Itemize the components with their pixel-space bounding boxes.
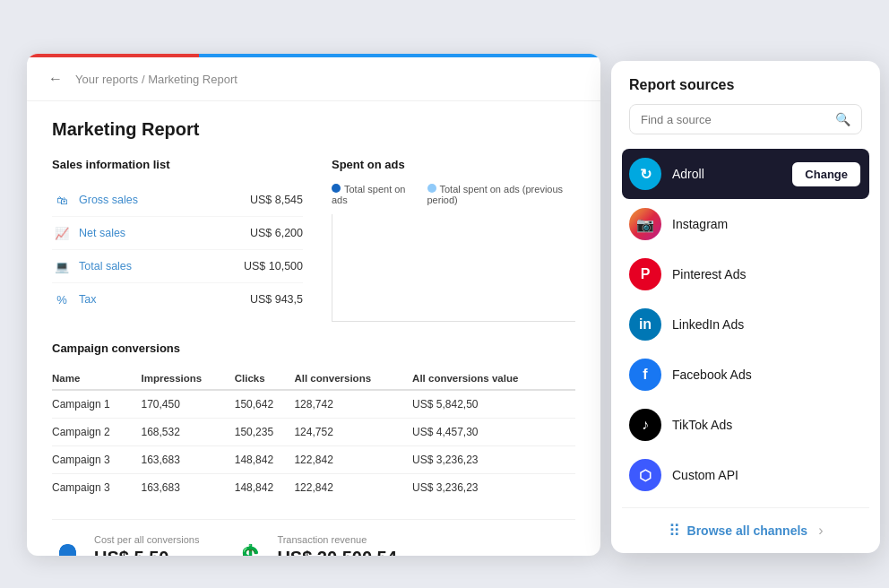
source-item-instagram[interactable]: 📷Instagram: [622, 199, 869, 249]
campaign-table: NameImpressionsClicksAll conversionsAll …: [52, 368, 575, 501]
metric-label: Cost per all conversions: [94, 534, 199, 545]
source-item-adroll[interactable]: ↻AdrollChange: [622, 149, 869, 199]
source-logo-custom: ⬡: [629, 459, 661, 491]
table-cell: Campaign 2: [52, 419, 142, 446]
table-header-cell: All conversions value: [412, 368, 575, 390]
breadcrumb: Your reports / Marketing Report: [75, 73, 237, 86]
source-logo-facebook: f: [629, 359, 661, 391]
table-header-cell: All conversions: [294, 368, 412, 390]
source-name-pinterest: Pinterest Ads: [672, 267, 862, 281]
campaign-section: Campaign conversions NameImpressionsClic…: [52, 342, 575, 501]
sales-item: 📈 Net sales US$ 6,200: [52, 217, 303, 250]
table-cell: 148,842: [235, 474, 295, 502]
panel-title: Report sources: [629, 77, 862, 93]
metric-label: Transaction revenue: [277, 534, 396, 545]
source-name-instagram: Instagram: [672, 217, 862, 231]
source-item-custom[interactable]: ⬡Custom API: [622, 450, 869, 500]
source-logo-adroll: ↻: [629, 158, 661, 190]
sources-panel: Report sources 🔍 ↻AdrollChange📷Instagram…: [611, 61, 880, 553]
panel-header: Report sources 🔍: [611, 61, 880, 145]
chart-section-title: Spent on ads: [332, 158, 575, 171]
table-cell: Campaign 1: [52, 390, 142, 419]
table-header-cell: Impressions: [142, 368, 235, 390]
metric-icon: 👤: [52, 543, 83, 557]
sales-label: % Tax: [52, 290, 250, 309]
source-name-facebook: Facebook Ads: [672, 368, 862, 382]
source-logo-pinterest: P: [629, 258, 661, 290]
report-title: Marketing Report: [52, 119, 575, 140]
browse-all-icon: ⠿: [669, 521, 680, 540]
table-cell: US$ 3,236,23: [412, 474, 575, 502]
search-input[interactable]: [641, 113, 828, 126]
table-cell: 124,752: [294, 419, 412, 446]
table-cell: 128,742: [294, 390, 412, 419]
back-button[interactable]: ←: [45, 68, 66, 90]
table-cell: 150,642: [235, 390, 295, 419]
metric-item: 👤 Cost per all conversions US$ 5,50 +1.3…: [52, 534, 199, 556]
source-logo-instagram: 📷: [629, 208, 661, 240]
metric-text: Transaction revenue US$ 20.500,54 +3.54%: [277, 534, 396, 556]
legend-dot: [427, 184, 436, 193]
browse-arrow-icon: ›: [818, 523, 823, 539]
source-name-adroll: Adroll: [672, 167, 780, 181]
sales-value: US$ 943,5: [250, 293, 303, 306]
source-item-facebook[interactable]: fFacebook Ads: [622, 350, 869, 400]
legend-item: Total spent on ads (previous period): [427, 184, 576, 205]
sales-icon: 💻: [52, 256, 72, 276]
sales-value: US$ 10,500: [244, 260, 303, 272]
table-cell: Campaign 3: [52, 446, 142, 474]
source-name-linkedin: LinkedIn Ads: [672, 317, 862, 332]
table-cell: US$ 5,842,50: [412, 390, 575, 419]
table-row: Campaign 3163,683148,842122,842US$ 3,236…: [52, 446, 575, 474]
sales-list: 🛍 Gross sales US$ 8,545 📈 Net sales US$ …: [52, 184, 303, 316]
table-header-cell: Clicks: [235, 368, 295, 390]
source-name-custom: Custom API: [672, 468, 862, 482]
source-logo-tiktok: ♪: [629, 409, 661, 441]
browse-row[interactable]: ⠿ Browse all channels ›: [622, 507, 869, 553]
sales-icon: 📈: [52, 223, 72, 243]
change-button[interactable]: Change: [790, 160, 862, 188]
sales-label: 📈 Net sales: [52, 223, 250, 243]
table-cell: 170,450: [142, 390, 235, 419]
table-row: Campaign 3163,683148,842122,842US$ 3,236…: [52, 474, 575, 502]
report-body: Marketing Report Sales information list …: [27, 101, 600, 556]
table-cell: US$ 4,457,30: [412, 419, 575, 446]
table-cell: US$ 3,236,23: [412, 446, 575, 474]
table-cell: 122,842: [294, 446, 412, 474]
table-cell: Campaign 3: [52, 474, 142, 502]
source-logo-linkedin: in: [629, 308, 661, 341]
sales-item: % Tax US$ 943,5: [52, 283, 303, 316]
report-header-bar: ← Your reports / Marketing Report: [27, 57, 600, 101]
metric-value: US$ 5,50: [94, 548, 199, 556]
table-cell: 122,842: [294, 474, 412, 502]
sales-section-title: Sales information list: [52, 158, 303, 171]
source-item-pinterest[interactable]: PPinterest Ads: [622, 249, 869, 299]
sales-label: 💻 Total sales: [52, 256, 244, 276]
table-cell: 163,683: [142, 474, 235, 502]
legend-item: Total spent on ads: [332, 184, 413, 205]
sources-list: ↻AdrollChange📷InstagramPPinterest AdsinL…: [611, 145, 880, 504]
search-icon: 🔍: [835, 112, 850, 126]
metric-text: Cost per all conversions US$ 5,50 +1.32%: [94, 534, 199, 556]
chart-legend: Total spent on adsTotal spent on ads (pr…: [332, 184, 575, 205]
table-row: Campaign 1170,450150,642128,742US$ 5,842…: [52, 390, 575, 419]
sales-value: US$ 8,545: [250, 194, 303, 206]
sales-item: 💻 Total sales US$ 10,500: [52, 250, 303, 283]
table-header-cell: Name: [52, 368, 142, 390]
table-cell: 148,842: [235, 446, 295, 474]
sales-value: US$ 6,200: [250, 227, 303, 239]
report-card: ← Your reports / Marketing Report Market…: [27, 54, 600, 556]
source-item-linkedin[interactable]: inLinkedIn Ads: [622, 299, 869, 350]
campaign-table-header: NameImpressionsClicksAll conversionsAll …: [52, 368, 575, 390]
table-cell: 150,235: [235, 419, 295, 446]
table-row: Campaign 2168,532150,235124,752US$ 4,457…: [52, 419, 575, 446]
metric-value: US$ 20.500,54: [277, 548, 396, 556]
search-box[interactable]: 🔍: [629, 104, 862, 134]
sales-icon: 🛍: [52, 190, 72, 210]
source-item-tiktok[interactable]: ♪TikTok Ads: [622, 400, 869, 450]
source-name-tiktok: TikTok Ads: [672, 418, 862, 432]
campaign-section-title: Campaign conversions: [52, 342, 575, 355]
sales-item: 🛍 Gross sales US$ 8,545: [52, 184, 303, 217]
metrics-row: 👤 Cost per all conversions US$ 5,50 +1.3…: [52, 519, 575, 556]
table-cell: 163,683: [142, 446, 235, 474]
